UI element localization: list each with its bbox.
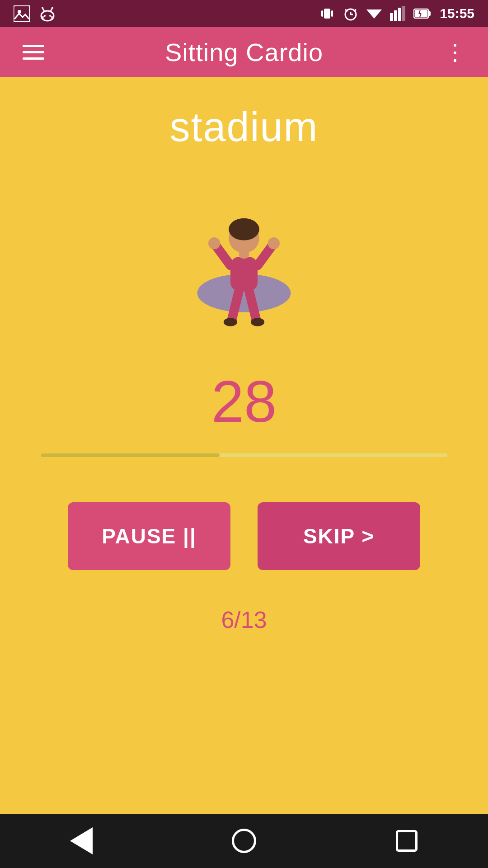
svg-rect-22 [398, 8, 401, 21]
svg-point-38 [268, 237, 280, 249]
menu-button[interactable] [23, 45, 44, 60]
back-arrow-icon [70, 827, 93, 854]
svg-rect-11 [324, 9, 330, 19]
status-bar-icons: 15:55 [319, 6, 474, 21]
more-options-button[interactable]: ⋮ [444, 41, 465, 63]
svg-point-8 [52, 7, 53, 9]
hamburger-line-2 [23, 51, 44, 53]
svg-rect-20 [390, 13, 393, 21]
svg-line-39 [232, 291, 239, 319]
svg-rect-31 [230, 257, 258, 291]
timer-display: 28 [211, 368, 277, 435]
buttons-row: PAUSE || SKIP > [68, 502, 420, 570]
svg-rect-23 [402, 6, 405, 21]
skip-button[interactable]: SKIP > [258, 502, 420, 570]
svg-point-41 [224, 318, 237, 326]
svg-point-34 [229, 218, 259, 241]
status-bar: 15:55 [0, 0, 488, 27]
home-circle-icon [232, 829, 256, 853]
svg-rect-25 [428, 11, 431, 16]
home-button[interactable] [226, 823, 262, 859]
svg-point-4 [49, 15, 51, 17]
main-content: stadium [0, 77, 488, 814]
svg-line-40 [249, 291, 256, 319]
exercise-figure-svg [172, 187, 316, 331]
progress-bar [41, 453, 447, 457]
svg-marker-19 [366, 9, 382, 19]
svg-rect-0 [14, 5, 30, 22]
svg-point-7 [42, 7, 43, 9]
progress-fill [41, 453, 220, 457]
exercise-name: stadium [169, 104, 318, 151]
svg-rect-13 [331, 10, 333, 17]
wifi-icon [366, 6, 382, 21]
recents-button[interactable] [389, 823, 425, 859]
svg-rect-21 [394, 10, 397, 21]
toolbar-title: Sitting Cardio [165, 38, 323, 67]
status-bar-left [14, 5, 56, 22]
toolbar: Sitting Cardio ⋮ [0, 27, 488, 77]
pause-button[interactable]: PAUSE || [68, 502, 230, 570]
exercise-illustration [163, 178, 325, 340]
hamburger-line-1 [23, 45, 44, 47]
svg-point-37 [208, 237, 220, 249]
svg-line-36 [258, 246, 272, 265]
android-icon [39, 5, 56, 22]
battery-icon [413, 7, 432, 20]
image-icon [14, 5, 30, 22]
vibrate-icon [319, 6, 335, 21]
progress-counter: 6/13 [221, 606, 267, 633]
svg-point-3 [44, 15, 46, 17]
alarm-icon [343, 6, 358, 21]
time-display: 15:55 [440, 6, 474, 21]
svg-point-1 [18, 10, 21, 14]
svg-line-35 [216, 246, 230, 265]
bottom-nav [0, 814, 488, 868]
svg-point-42 [251, 318, 264, 326]
recents-square-icon [396, 830, 418, 852]
signal-icon [390, 6, 405, 21]
svg-rect-12 [321, 10, 323, 17]
hamburger-line-3 [23, 57, 44, 60]
back-button[interactable] [63, 823, 99, 859]
